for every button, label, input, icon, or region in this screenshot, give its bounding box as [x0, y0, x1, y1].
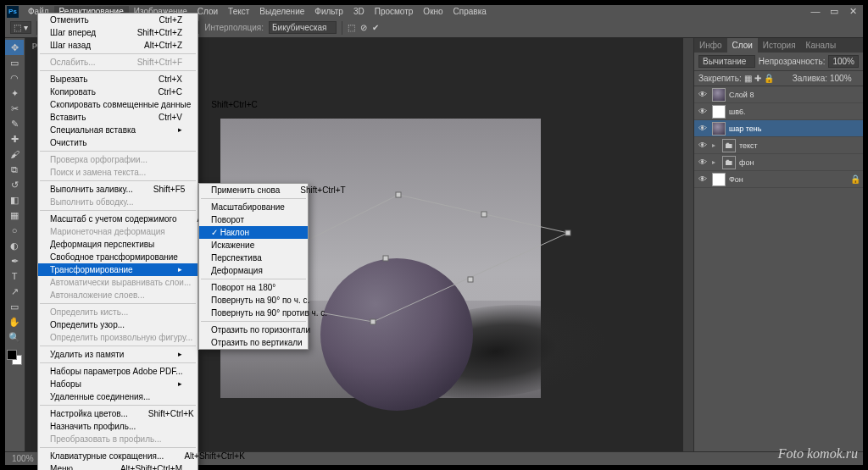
menu-item[interactable]: Настройка цветов...Shift+Ctrl+K: [38, 407, 198, 420]
menu-item[interactable]: Поворот: [199, 213, 308, 226]
menu-item[interactable]: Повернуть на 90° по ч. с.: [199, 294, 308, 307]
visibility-icon[interactable]: 👁: [697, 124, 709, 133]
opacity-field[interactable]: 100%: [828, 55, 859, 68]
edit-menu[interactable]: ОтменитьCtrl+ZШаг впередShift+Ctrl+ZШаг …: [37, 13, 198, 470]
layer-row[interactable]: 👁Фон🔒: [694, 171, 863, 188]
visibility-icon[interactable]: 👁: [697, 141, 709, 150]
gradient-tool[interactable]: ▦: [5, 207, 24, 223]
fill-field[interactable]: 100%: [830, 74, 859, 83]
layer-row[interactable]: 👁шв6.: [694, 103, 863, 120]
menu-item[interactable]: Поворот на 180°: [199, 281, 308, 294]
menubar-item-просмотр[interactable]: Просмотр: [370, 6, 419, 17]
transform-preset[interactable]: ⬚ ▾: [10, 21, 31, 34]
history-brush-tool[interactable]: ↺: [5, 177, 24, 192]
menu-item: Определить произвольную фигуру...: [38, 331, 198, 344]
zoom-level[interactable]: 100%: [12, 454, 34, 463]
window-controls[interactable]: — ▭ ✕: [807, 6, 861, 17]
menu-item[interactable]: ВырезатьCtrl+X: [38, 73, 198, 86]
menu-item[interactable]: Отразить по горизонтали: [199, 323, 308, 336]
menu-item[interactable]: Наборы параметров Adobe PDF...: [38, 365, 198, 378]
eraser-tool[interactable]: ◧: [5, 192, 24, 207]
wand-tool[interactable]: ✦: [5, 86, 24, 101]
menu-item[interactable]: Скопировать совмещенные данныеShift+Ctrl…: [38, 98, 198, 111]
panel-tab-каналы[interactable]: Каналы: [801, 38, 842, 53]
visibility-icon[interactable]: 👁: [697, 90, 709, 99]
visibility-icon[interactable]: 👁: [697, 158, 709, 167]
menu-item[interactable]: Трансформирование: [38, 263, 198, 276]
menu-item[interactable]: ОтменитьCtrl+Z: [38, 14, 198, 26]
menu-item[interactable]: Шаг назадAlt+Ctrl+Z: [38, 39, 198, 52]
lock-pixels-icon[interactable]: ▦: [744, 74, 752, 83]
heal-tool[interactable]: ✚: [5, 131, 24, 147]
menu-item[interactable]: ✓ Наклон: [199, 226, 308, 239]
menu-item[interactable]: Деформация перспективы: [38, 238, 198, 251]
menu-item[interactable]: Специальная вставка: [38, 124, 198, 136]
marquee-tool[interactable]: ▭: [5, 55, 24, 70]
lock-position-icon[interactable]: ✚: [754, 74, 761, 83]
color-swatches[interactable]: [5, 348, 24, 367]
menubar-item-справка[interactable]: Справка: [448, 6, 492, 17]
panel-tab-инфо[interactable]: Инфо: [694, 38, 727, 53]
brush-tool[interactable]: 🖌: [5, 147, 24, 162]
crop-tool[interactable]: ✂: [5, 101, 24, 116]
menu-item[interactable]: Определить узор...: [38, 318, 198, 331]
layer-row[interactable]: 👁Слой 8: [694, 86, 863, 103]
menu-item[interactable]: Масштабирование: [199, 201, 308, 213]
menu-item[interactable]: Клавиатурные сокращения...Alt+Shift+Ctrl…: [38, 450, 198, 462]
menu-item[interactable]: Меню...Alt+Shift+Ctrl+M: [38, 462, 198, 470]
commit-icon[interactable]: ✔: [372, 23, 379, 32]
menu-item[interactable]: ВставитьCtrl+V: [38, 111, 198, 124]
menu-item[interactable]: Свободное трансформированиеCtrl+T: [38, 251, 198, 263]
minimize-icon[interactable]: —: [807, 6, 824, 17]
menu-item[interactable]: Применить сноваShift+Ctrl+T: [199, 184, 308, 196]
menu-item[interactable]: Назначить профиль...: [38, 420, 198, 433]
blend-mode[interactable]: Вычитание: [698, 55, 755, 68]
menubar-item-фильтр[interactable]: Фильтр: [309, 6, 348, 17]
blur-tool[interactable]: ○: [5, 223, 24, 238]
menubar-item-текст[interactable]: Текст: [223, 6, 254, 17]
menu-item[interactable]: Удаленные соединения...: [38, 390, 198, 403]
menu-item[interactable]: Повернуть на 90° против ч. с.: [199, 307, 308, 319]
zoom-tool[interactable]: 🔍: [5, 329, 24, 345]
warp-icon[interactable]: ⬚: [348, 23, 355, 32]
lock-all-icon[interactable]: 🔒: [764, 74, 774, 83]
menu-item[interactable]: Выполнить заливку...Shift+F5: [38, 183, 198, 196]
menu-item[interactable]: Отразить по вертикали: [199, 336, 308, 349]
svg-rect-3: [565, 230, 570, 235]
interp-field[interactable]: Бикубическая: [269, 21, 337, 34]
transform-submenu[interactable]: Применить сноваShift+Ctrl+TМасштабирован…: [198, 183, 309, 350]
move-tool[interactable]: ✥: [5, 40, 24, 55]
dodge-tool[interactable]: ◐: [5, 238, 24, 253]
menu-item[interactable]: Деформация: [199, 264, 308, 277]
menubar-item-3d[interactable]: 3D: [348, 6, 370, 17]
panel-collapse-strip[interactable]: [683, 38, 693, 451]
menu-item[interactable]: Масштаб с учетом содержимогоAlt+Shift+Ct…: [38, 213, 198, 225]
menu-item[interactable]: Наборы: [38, 378, 198, 390]
path-tool[interactable]: ↗: [5, 284, 24, 299]
menubar-item-выделение[interactable]: Выделение: [254, 6, 309, 17]
menu-item[interactable]: Шаг впередShift+Ctrl+Z: [38, 26, 198, 39]
menu-item[interactable]: Перспектива: [199, 252, 308, 264]
stamp-tool[interactable]: ⧉: [5, 162, 24, 177]
hand-tool[interactable]: ✋: [5, 314, 24, 329]
menu-item[interactable]: Очистить: [38, 136, 198, 149]
layer-row[interactable]: 👁▸🖿фон: [694, 154, 863, 171]
panel-tab-история[interactable]: История: [758, 38, 801, 53]
layer-row[interactable]: 👁▸🖿текст: [694, 137, 863, 154]
lasso-tool[interactable]: ◠: [5, 70, 24, 86]
visibility-icon[interactable]: 👁: [697, 107, 709, 116]
menubar-item-окно[interactable]: Окно: [418, 6, 448, 17]
pen-tool[interactable]: ✒: [5, 253, 24, 268]
eyedropper-tool[interactable]: ✎: [5, 116, 24, 131]
panel-tab-слои[interactable]: Слои: [727, 38, 758, 53]
type-tool[interactable]: T: [5, 268, 24, 284]
shape-tool[interactable]: ▭: [5, 299, 24, 314]
visibility-icon[interactable]: 👁: [697, 174, 709, 184]
maximize-icon[interactable]: ▭: [826, 6, 843, 17]
menu-item[interactable]: Искажение: [199, 239, 308, 252]
close-icon[interactable]: ✕: [844, 6, 861, 17]
layer-row[interactable]: 👁шар тень: [694, 120, 863, 137]
cancel-icon[interactable]: ⊘: [360, 23, 367, 32]
menu-item[interactable]: Удалить из памяти: [38, 348, 198, 361]
menu-item[interactable]: КопироватьCtrl+C: [38, 86, 198, 98]
